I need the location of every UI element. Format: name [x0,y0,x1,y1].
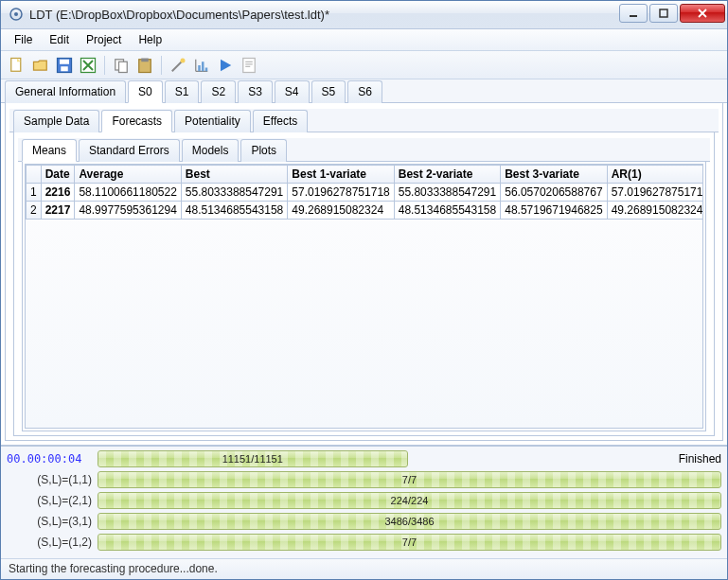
save-icon[interactable] [54,55,75,76]
toolbar-separator [104,56,105,75]
paste-icon[interactable] [134,55,155,76]
col-best-3-variate[interactable]: Best 3-variate [501,166,607,184]
svg-rect-10 [119,62,128,72]
cell: 2217 [41,202,75,220]
svg-point-1 [14,12,18,16]
table-row[interactable]: 1221658.110066118052255.803338854729157.… [27,184,704,202]
progress-label: (S,L)=(2,1) [7,494,92,507]
menu-project[interactable]: Project [79,30,129,49]
progress-label: (S,L)=(1,1) [7,473,92,486]
sub-tab-forecasts[interactable]: Forecasts [101,110,172,132]
main-tab-s1[interactable]: S1 [165,80,200,103]
progress-row: (S,L)=(1,1)7/7 [7,471,721,488]
cell: 48.5719671946825 [501,202,607,220]
progress-section: 00.00:00:04 11151/11151 Finished (S,L)=(… [1,445,727,558]
sub-tab-effects[interactable]: Effects [253,110,308,132]
inner-tab-means[interactable]: Means [22,139,77,162]
cell: 57.0196278751718 [607,184,703,202]
cell: 58.1100661180522 [75,184,181,202]
svg-rect-17 [243,58,256,72]
status-text: Starting the forecasting procedure...don… [9,562,218,575]
inner-tab-standard-errors[interactable]: Standard Errors [79,139,180,162]
main-tab-s5[interactable]: S5 [311,80,346,103]
excel-icon[interactable] [78,55,98,76]
menu-file[interactable]: File [7,30,40,49]
forecast-table-wrap[interactable]: DateAverageBestBest 1-variateBest 2-vari… [25,164,703,429]
svg-point-13 [181,58,186,62]
progress-bar-main: 11151/11151 [98,450,408,467]
progress-bar: 3486/3486 [98,513,721,530]
progress-main-text: 11151/11151 [98,451,407,466]
cell: 1 [27,184,42,202]
svg-rect-2 [630,15,637,17]
chart-icon[interactable] [191,55,212,76]
main-tab-s0[interactable]: S0 [128,80,163,103]
toolbar-separator [161,56,162,75]
sub-tab-potentiality[interactable]: Potentiality [174,110,251,132]
progress-main-row: 00.00:00:04 11151/11151 Finished [7,450,721,467]
main-tab-s3[interactable]: S3 [238,80,273,103]
cell: 2 [27,202,42,220]
titlebar: LDT (E:\DropBox\Dropbox\Documents\Papers… [1,1,727,29]
progress-bar: 7/7 [98,471,721,488]
progress-main-status: Finished [414,452,722,466]
svg-rect-6 [60,60,69,64]
forecast-table: DateAverageBestBest 1-variateBest 2-vari… [26,165,703,220]
cell: 2216 [41,184,75,202]
cell: 48.9977595361294 [75,202,181,220]
progress-text: 7/7 [98,472,720,487]
col-best[interactable]: Best [181,166,287,184]
menu-help[interactable]: Help [131,30,169,49]
table-row[interactable]: 2221748.997759536129448.513468554315849.… [27,202,704,220]
progress-row: (S,L)=(3,1)3486/3486 [7,513,721,530]
play-icon[interactable] [215,55,236,76]
progress-row: (S,L)=(1,2)7/7 [7,534,721,551]
cell: 49.268915082324 [288,202,394,220]
main-tab-general-information[interactable]: General Information [5,80,126,103]
cell: 57.0196278751718 [288,184,394,202]
inner-tab-pane: DateAverageBestBest 1-variateBest 2-vari… [22,162,706,431]
main-tab-s4[interactable]: S4 [275,80,310,103]
inner-tabs: MeansStandard ErrorsModelsPlots [18,138,710,162]
menubar: File Edit Project Help [1,29,727,52]
app-window: LDT (E:\DropBox\Dropbox\Documents\Papers… [0,0,728,580]
wand-icon[interactable] [168,55,188,76]
progress-label: (S,L)=(3,1) [7,515,92,528]
toolbar [1,51,727,79]
app-icon [9,7,24,22]
cell: 56.0570206588767 [501,184,607,202]
inner-tab-plots[interactable]: Plots [240,139,287,162]
close-button[interactable] [680,4,725,23]
col-date[interactable]: Date [41,166,75,184]
statusbar: Starting the forecasting procedure...don… [1,558,727,579]
main-tab-s2[interactable]: S2 [201,80,236,103]
report-icon[interactable] [239,55,259,76]
progress-text: 3486/3486 [98,514,720,529]
inner-tab-models[interactable]: Models [182,139,240,162]
progress-bar: 7/7 [98,534,721,551]
main-tab-pane: Sample DataForecastsPotentialityEffects … [5,103,723,441]
cell: 48.5134685543158 [181,202,287,220]
progress-text: 7/7 [98,535,720,550]
sub-tabs: Sample DataForecastsPotentialityEffects [9,109,719,132]
col-best-1-variate[interactable]: Best 1-variate [288,166,394,184]
cell: 55.8033388547291 [394,184,500,202]
window-buttons [617,4,725,25]
progress-text: 224/224 [98,493,720,508]
col-ar(1)[interactable]: AR(1) [607,166,703,184]
cell: 48.5134685543158 [394,202,500,220]
menu-edit[interactable]: Edit [42,30,77,49]
new-icon[interactable] [7,55,27,76]
copy-icon[interactable] [111,55,132,76]
open-icon[interactable] [30,55,51,76]
sub-tab-sample-data[interactable]: Sample Data [13,110,99,132]
svg-rect-4 [11,58,21,71]
elapsed-timer: 00.00:00:04 [7,452,92,466]
col-rownum[interactable] [27,166,42,184]
maximize-button[interactable] [649,4,678,23]
col-average[interactable]: Average [75,166,181,184]
main-tab-s6[interactable]: S6 [347,80,382,103]
col-best-2-variate[interactable]: Best 2-variate [394,166,500,184]
minimize-button[interactable] [619,4,648,23]
svg-rect-7 [61,66,68,71]
